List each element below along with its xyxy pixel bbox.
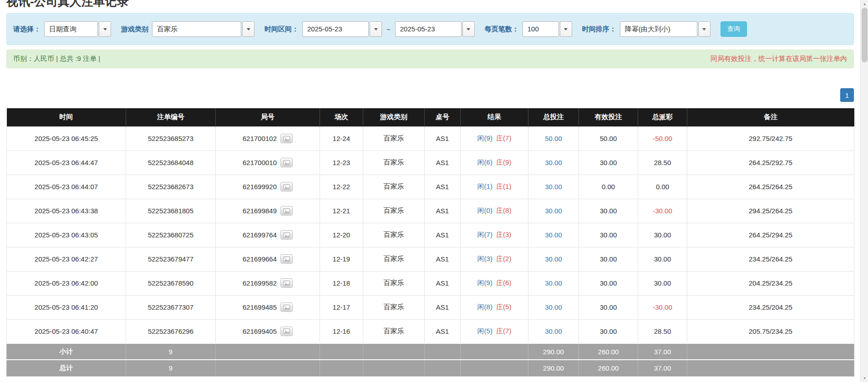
cell-table-no: AS1 <box>425 151 461 175</box>
result-image-icon[interactable] <box>280 206 293 216</box>
cell-total-bet: 30.00 <box>528 151 579 175</box>
page-title: 视讯-公司真人注单记录 <box>6 0 854 10</box>
cell-valid-bet: 50.00 <box>579 126 638 151</box>
cell-total-bet: 50.00 <box>528 126 579 151</box>
cell-session: 12-16 <box>320 319 363 343</box>
subtotal-empty-round <box>216 343 320 360</box>
total-bet-link[interactable]: 30.00 <box>545 255 562 263</box>
table-row: 2025-05-23 06:40:47 522523676296 6216994… <box>7 319 854 343</box>
result-image-icon[interactable] <box>280 254 293 264</box>
date-from-value[interactable]: 2025-05-23 <box>302 21 369 37</box>
date-to-combobox[interactable]: 2025-05-23 <box>395 21 475 37</box>
total-bet-link[interactable]: 30.00 <box>545 207 562 215</box>
time-sort-combobox[interactable]: 降幂(由大到小) <box>620 21 711 37</box>
time-sort-value[interactable]: 降幂(由大到小) <box>620 21 697 37</box>
grand-total-empty-round <box>216 360 320 376</box>
total-bet-link[interactable]: 30.00 <box>545 231 562 239</box>
cell-result: 闲(9) 庄(6) <box>461 271 528 295</box>
result-image-icon[interactable] <box>280 327 293 336</box>
column-header-9: 有效投注 <box>579 108 638 126</box>
page-size-value[interactable]: 100 <box>523 21 559 37</box>
grand-total-label: 总计 <box>7 360 126 376</box>
total-bet-link[interactable]: 30.00 <box>545 303 562 311</box>
vertical-scrollbar[interactable]: ▲ ▼ <box>860 0 868 382</box>
query-button[interactable]: 查询 <box>721 21 747 37</box>
result-image-icon[interactable] <box>280 182 293 191</box>
cell-valid-bet: 30.00 <box>579 223 638 247</box>
total-bet-link[interactable]: 30.00 <box>545 183 562 191</box>
cell-time: 2025-05-23 06:44:47 <box>7 151 126 175</box>
cell-payout: -30.00 <box>638 295 687 319</box>
table-row: 2025-05-23 06:45:25 522523685273 6217001… <box>7 126 854 151</box>
cell-result: 闲(8) 庄(5) <box>461 295 528 319</box>
total-bet-link[interactable]: 30.00 <box>545 159 562 166</box>
result-banker: 庄(7) <box>496 134 511 142</box>
filter-bar: 请选择： 日期查询 游戏类别 百家乐 时间区间： 2025-05-23 ~ 20… <box>6 13 854 45</box>
date-from-dropdown-button[interactable] <box>370 21 382 37</box>
result-banker: 庄(6) <box>496 279 511 286</box>
cell-session: 12-23 <box>320 151 363 175</box>
cell-time: 2025-05-23 06:44:07 <box>7 175 126 199</box>
result-image-icon[interactable] <box>280 302 293 312</box>
page-content: 视讯-公司真人注单记录 请选择： 日期查询 游戏类别 百家乐 时间区间： 202… <box>6 0 854 377</box>
result-image-icon[interactable] <box>280 134 293 143</box>
time-sort-dropdown-button[interactable] <box>698 21 711 37</box>
game-category-value[interactable]: 百家乐 <box>152 21 241 37</box>
pagination-page-1-button[interactable]: 1 <box>840 88 854 102</box>
cell-valid-bet: 30.00 <box>579 199 638 223</box>
cell-round: 621699582 <box>216 271 320 295</box>
cell-bet-id: 522523677307 <box>126 295 216 319</box>
cell-result: 闲(7) 庄(3) <box>461 223 528 247</box>
cell-result: 闲(6) 庄(9) <box>461 151 528 175</box>
page-size-combobox[interactable]: 100 <box>523 21 572 37</box>
query-type-value[interactable]: 日期查询 <box>44 21 98 37</box>
cell-remark: 204.25/234.25 <box>687 271 854 295</box>
round-number: 621699849 <box>243 207 277 215</box>
round-number: 621699405 <box>243 327 277 335</box>
date-to-value[interactable]: 2025-05-23 <box>395 21 462 37</box>
grand-total-row: 总计 9 290.00 260.00 37.00 <box>7 360 854 376</box>
subtotal-empty-game <box>363 343 425 360</box>
cell-remark: 292.75/242.75 <box>687 126 854 151</box>
grand-total-payout: 37.00 <box>638 360 687 376</box>
cell-round: 621699485 <box>216 295 320 319</box>
cell-table-no: AS1 <box>425 319 461 343</box>
query-type-combobox[interactable]: 日期查询 <box>44 21 111 37</box>
date-from-combobox[interactable]: 2025-05-23 <box>302 21 382 37</box>
subtotal-row: 小计 9 290.00 260.00 37.00 <box>7 343 854 360</box>
cell-payout: 30.00 <box>638 271 687 295</box>
game-category-combobox[interactable]: 百家乐 <box>152 21 254 37</box>
cell-bet-id: 522523676296 <box>126 319 216 343</box>
result-image-icon[interactable] <box>280 278 293 288</box>
cell-payout: 30.00 <box>638 247 687 271</box>
cell-bet-id: 522523682673 <box>126 175 216 199</box>
scrollbar-down-arrow-icon[interactable]: ▼ <box>861 374 868 382</box>
cell-result: 闲(1) 庄(1) <box>461 175 528 199</box>
total-bet-link[interactable]: 30.00 <box>545 279 562 287</box>
time-sort-label: 时间排序： <box>582 25 616 34</box>
result-image-icon[interactable] <box>280 230 293 240</box>
result-image-icon[interactable] <box>280 158 293 167</box>
cell-valid-bet: 30.00 <box>579 319 638 343</box>
cell-payout: 28.50 <box>638 151 687 175</box>
column-header-10: 总派彩 <box>638 108 687 126</box>
total-bet-link[interactable]: 30.00 <box>545 327 562 335</box>
date-to-dropdown-button[interactable] <box>462 21 475 37</box>
cell-time: 2025-05-23 06:40:47 <box>7 319 126 343</box>
total-bet-link[interactable]: 50.00 <box>545 135 562 142</box>
scrollbar-up-arrow-icon[interactable]: ▲ <box>861 0 868 8</box>
cell-total-bet: 30.00 <box>528 271 579 295</box>
cell-round: 621699405 <box>216 319 320 343</box>
table-header-row: 时间注单编号局号场次游戏类别桌号结果总投注有效投注总派彩备注 <box>7 108 854 126</box>
scrollbar-thumb[interactable] <box>862 8 868 62</box>
cell-bet-id: 522523681805 <box>126 199 216 223</box>
page-size-label: 每页笔数： <box>485 25 519 34</box>
query-type-dropdown-button[interactable] <box>99 21 111 37</box>
result-player: 闲(7) <box>477 231 492 238</box>
table-row: 2025-05-23 06:44:47 522523684048 6217000… <box>7 151 854 175</box>
column-header-6: 桌号 <box>425 108 461 126</box>
chevron-down-icon <box>467 28 470 30</box>
page-size-dropdown-button[interactable] <box>560 21 572 37</box>
game-category-dropdown-button[interactable] <box>242 21 254 37</box>
column-header-3: 局号 <box>216 108 320 126</box>
